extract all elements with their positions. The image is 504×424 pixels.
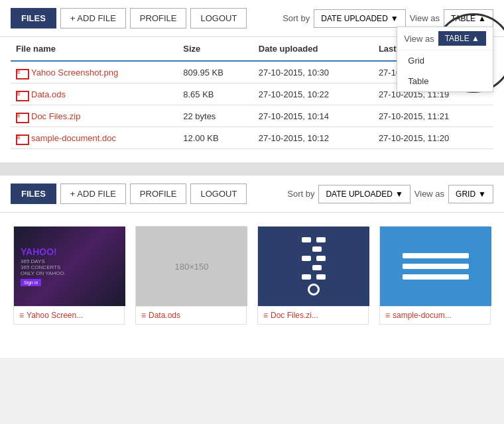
zip-tooth-left4: [312, 265, 322, 270]
grid-container: YAHOO! 365 DAYS365 CONCERTSONLY ON YAHOO…: [0, 213, 504, 338]
sort-caret-icon: ▼: [391, 14, 399, 23]
file-type-icon: [16, 112, 28, 121]
view-value-bottom: GRID: [456, 189, 475, 199]
file-comment-cell: 27-10-2015, 11:21: [373, 105, 493, 127]
thumb-placeholder: 180×150: [136, 227, 247, 306]
grid-file-icon: ≡: [141, 311, 146, 320]
zip-row3: [302, 256, 326, 261]
sort-dropdown-bottom[interactable]: DATE UPLOADED ▼: [318, 185, 410, 203]
yahoo-logo: YAHOO!: [21, 246, 57, 257]
grid-card-label: ≡ Yahoo Screen...: [14, 306, 124, 324]
zip-row4: [312, 265, 326, 270]
thumb-zip: [258, 227, 369, 306]
grid-card[interactable]: YAHOO! 365 DAYS365 CONCERTSONLY ON YAHOO…: [13, 226, 125, 325]
zip-teeth: [302, 237, 326, 280]
yahoo-btn: Sign in: [21, 279, 41, 286]
zip-row5: [302, 274, 326, 280]
zip-tooth-left3: [302, 256, 311, 261]
file-size-cell: 8.65 KB: [178, 83, 253, 105]
file-date-cell: 27-10-2015, 10:22: [253, 83, 373, 105]
zip-pull-circle: [308, 284, 320, 295]
file-name-cell: Doc Files.zip: [11, 105, 178, 127]
grid-file-name: Yahoo Screen...: [27, 311, 83, 320]
add-file-button-top[interactable]: + ADD FILE: [60, 8, 126, 28]
dropdown-table-item[interactable]: Table: [397, 71, 493, 91]
zip-icon: [302, 237, 326, 295]
file-name-cell: sample-document.doc: [11, 127, 178, 149]
grid-thumbnail: [258, 227, 369, 306]
logout-button-top[interactable]: LOGOUT: [190, 8, 247, 28]
grid-file-name: sample-docum...: [393, 311, 452, 320]
col-header-size: Size: [178, 37, 253, 61]
files-button-top[interactable]: FILES: [11, 8, 56, 28]
section-divider: [0, 162, 504, 176]
view-value-top: TABLE: [451, 14, 475, 23]
file-size-cell: 12.00 KB: [178, 127, 253, 149]
sort-area-bottom: Sort by DATE UPLOADED ▼ View as GRID ▼: [287, 185, 493, 203]
sort-dropdown-top[interactable]: DATE UPLOADED ▼: [314, 9, 405, 28]
profile-button-top[interactable]: PROFILE: [130, 8, 187, 28]
dropdown-view-as-label: View as: [404, 34, 434, 44]
profile-button-bottom[interactable]: PROFILE: [130, 184, 187, 204]
view-caret-icon-bottom: ▼: [478, 189, 486, 199]
dropdown-table-active-button[interactable]: TABLE ▲: [438, 31, 486, 46]
view-caret-icon-top: ▲: [478, 14, 486, 23]
grid-file-name: Data.ods: [149, 311, 180, 320]
thumb-doc: [380, 227, 491, 306]
yahoo-sub: 365 DAYS365 CONCERTSONLY ON YAHOO.: [21, 258, 66, 276]
dropdown-header: View as TABLE ▲: [397, 27, 493, 50]
table-row[interactable]: Doc Files.zip 22 bytes 27-10-2015, 10:14…: [11, 105, 493, 127]
files-button-bottom[interactable]: FILES: [11, 184, 56, 204]
zip-row2: [312, 246, 326, 252]
grid-file-name: Doc Files.zi...: [271, 311, 318, 320]
grid-thumbnail: YAHOO! 365 DAYS365 CONCERTSONLY ON YAHOO…: [14, 227, 125, 306]
zip-tooth-right: [316, 237, 326, 242]
file-date-cell: 27-10-2015, 10:30: [253, 61, 373, 83]
col-header-name: File name: [11, 37, 178, 61]
grid-thumbnail: [380, 227, 491, 306]
grid-card-label: ≡ Doc Files.zi...: [258, 306, 368, 324]
view-dropdown-bottom[interactable]: GRID ▼: [448, 185, 493, 203]
doc-line2: [403, 264, 469, 269]
file-link[interactable]: sample-document.doc: [31, 133, 116, 143]
sort-by-label-bottom: Sort by: [287, 189, 314, 199]
zip-tooth-left2: [312, 246, 322, 252]
doc-line3: [403, 274, 469, 280]
grid-file-icon: ≡: [263, 311, 268, 320]
sort-value-bottom: DATE UPLOADED: [326, 189, 392, 199]
grid-card[interactable]: ≡ sample-docum...: [379, 226, 491, 325]
logout-button-bottom[interactable]: LOGOUT: [190, 184, 247, 204]
view-as-label-top: View as: [410, 13, 440, 23]
view-dropdown-overlay: View as TABLE ▲ Grid Table: [397, 26, 493, 92]
add-file-button-bottom[interactable]: + ADD FILE: [60, 184, 126, 204]
file-link[interactable]: Yahoo Screenshot.png: [31, 68, 118, 78]
grid-card[interactable]: ≡ Doc Files.zi...: [257, 226, 369, 325]
zip-row1: [302, 237, 326, 242]
col-header-date: Date uploaded: [253, 37, 373, 61]
zip-tooth-left: [302, 237, 311, 242]
top-section: FILES + ADD FILE PROFILE LOGOUT Sort by …: [0, 0, 504, 162]
dropdown-grid-item[interactable]: Grid: [397, 50, 493, 71]
file-size-cell: 809.95 KB: [178, 61, 253, 83]
view-dropdown-top[interactable]: TABLE ▲: [444, 9, 493, 28]
grid-file-icon: ≡: [385, 311, 390, 320]
bottom-toolbar: FILES + ADD FILE PROFILE LOGOUT Sort by …: [0, 176, 504, 213]
file-type-icon: [16, 90, 28, 99]
file-link[interactable]: Doc Files.zip: [31, 111, 80, 121]
file-date-cell: 27-10-2015, 10:12: [253, 127, 373, 149]
file-type-icon: [16, 134, 28, 143]
grid-thumbnail: 180×150: [136, 227, 247, 306]
zip-tooth-left5: [302, 274, 311, 280]
grid-card-label: ≡ sample-docum...: [380, 306, 490, 324]
thumb-yahoo: YAHOO! 365 DAYS365 CONCERTSONLY ON YAHOO…: [14, 227, 125, 306]
grid-card[interactable]: 180×150 ≡ Data.ods: [135, 226, 247, 325]
bottom-section: FILES + ADD FILE PROFILE LOGOUT Sort by …: [0, 176, 504, 358]
file-name-cell: Data.ods: [11, 83, 178, 105]
file-link[interactable]: Data.ods: [31, 89, 66, 99]
file-size-cell: 22 bytes: [178, 105, 253, 127]
table-row[interactable]: sample-document.doc 12.00 KB 27-10-2015,…: [11, 127, 493, 149]
grid-card-label: ≡ Data.ods: [136, 306, 246, 324]
sort-value-top: DATE UPLOADED: [321, 14, 387, 23]
view-as-label-bottom: View as: [414, 189, 444, 199]
file-comment-cell: 27-10-2015, 11:20: [373, 127, 493, 149]
